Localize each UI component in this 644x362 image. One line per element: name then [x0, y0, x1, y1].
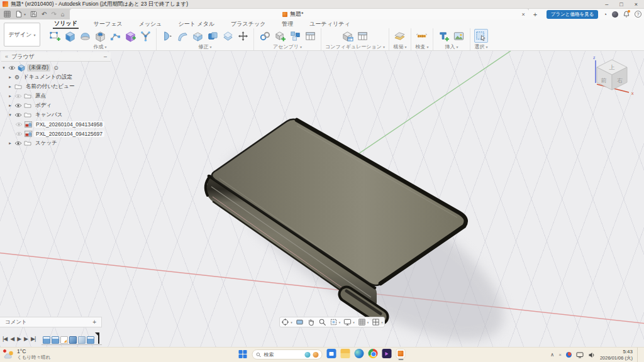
- chevron-down-icon[interactable]: ▾: [381, 321, 383, 324]
- eye-off-icon[interactable]: [14, 94, 22, 99]
- tab-sheet-metal[interactable]: シート メタル: [177, 20, 216, 28]
- activate-component-icon[interactable]: ⊙: [53, 65, 58, 71]
- tray-app-dot-icon[interactable]: [566, 352, 572, 358]
- taskbar-clock[interactable]: 5:43 2026/01/06 (火): [600, 349, 633, 361]
- hidden-icons-chevron[interactable]: ∧: [550, 352, 554, 358]
- tree-item-label[interactable]: キャンバス: [33, 111, 65, 119]
- zoom-icon[interactable]: [318, 318, 326, 326]
- tree-row-canvases[interactable]: ▾ キャンバス: [8, 110, 111, 119]
- document-tab[interactable]: 無題* ×: [70, 9, 529, 19]
- tree-row-origin[interactable]: ▸ 原点: [8, 91, 111, 101]
- tree-row-document-settings[interactable]: ▸ ⚙ ドキュメントの設定: [8, 72, 111, 82]
- taskbar-chrome-icon[interactable]: [369, 349, 378, 358]
- group-label-construct[interactable]: 構築▾: [393, 43, 406, 50]
- collapse-panel-icon[interactable]: «: [5, 53, 8, 60]
- eye-icon[interactable]: [8, 65, 16, 70]
- new-tab-button[interactable]: +: [529, 11, 541, 18]
- tool-bom[interactable]: [303, 29, 317, 43]
- tool-move[interactable]: [236, 29, 250, 43]
- tree-item-label[interactable]: PXL_20260104_094134958: [34, 121, 104, 128]
- data-panel-icon[interactable]: [4, 11, 11, 18]
- add-comment-icon[interactable]: +: [92, 319, 96, 326]
- tool-rigid-group[interactable]: [288, 29, 302, 43]
- taskbar-clipchamp-icon[interactable]: [382, 349, 392, 358]
- tool-create-sketch[interactable]: [48, 29, 62, 43]
- tab-plastic[interactable]: プラスチック: [230, 20, 267, 28]
- tool-press-pull[interactable]: [160, 29, 174, 43]
- minimize-button[interactable]: –: [605, 0, 608, 9]
- chevron-right-icon[interactable]: ▸: [8, 75, 13, 80]
- tab-mesh[interactable]: メッシュ: [138, 20, 164, 28]
- tree-row-bodies[interactable]: ▸ ボディ: [8, 101, 111, 110]
- tree-row-sketches[interactable]: ▸ スケッチ: [8, 138, 111, 148]
- plans-pricing-button[interactable]: プランと価格を見る: [547, 10, 599, 19]
- timeline-skip-end-button[interactable]: ▶|: [30, 336, 36, 342]
- tool-loft[interactable]: [108, 29, 122, 43]
- timeline-step-back-button[interactable]: ◀: [9, 336, 14, 342]
- tab-solid[interactable]: ソリッド: [53, 19, 79, 29]
- tree-row-canvas-image-1[interactable]: PXL_20260104_094134958: [15, 119, 111, 129]
- search-box[interactable]: 検索: [252, 349, 323, 359]
- tool-hole[interactable]: [93, 29, 107, 43]
- chevron-down-icon[interactable]: ▾: [353, 321, 355, 324]
- tool-insert-canvas[interactable]: [452, 29, 466, 43]
- tool-configuration-table[interactable]: [355, 29, 369, 43]
- tab-close-icon[interactable]: ×: [522, 11, 525, 18]
- timeline-step-forward-button[interactable]: ▶: [23, 336, 28, 342]
- timeline-extrude-feature-2[interactable]: [78, 336, 86, 344]
- undo-icon[interactable]: ↶: [42, 9, 47, 19]
- eye-icon[interactable]: [14, 141, 22, 146]
- chevron-right-icon[interactable]: ▸: [8, 84, 13, 89]
- tool-select[interactable]: [474, 29, 488, 43]
- taskbar-fusion-icon[interactable]: [396, 349, 406, 358]
- timeline-play-button[interactable]: ▶: [16, 336, 21, 342]
- tool-extrude[interactable]: [63, 29, 77, 43]
- home-tab-icon[interactable]: ⌂: [61, 9, 65, 19]
- tool-shell[interactable]: [191, 29, 204, 43]
- tree-row-named-views[interactable]: ▸ 名前の付いたビュー: [8, 82, 111, 91]
- group-label-modify[interactable]: 修正▾: [198, 43, 211, 50]
- timeline-canvas-feature-1[interactable]: [43, 336, 50, 344]
- viewport-canvas[interactable]: « ブラウザ – ▾ (未保存) ⊙ ▸ ⚙ ドキュメントの設定 ▸ 名前の付い…: [0, 51, 644, 347]
- weather-widget[interactable]: 1°C くもり時々晴れ: [0, 349, 126, 360]
- redo-icon[interactable]: ↷: [51, 9, 56, 19]
- group-label-create[interactable]: 作成▾: [93, 43, 106, 50]
- taskbar-edge-icon[interactable]: [355, 349, 364, 358]
- job-status-icon[interactable]: ◔: [603, 11, 606, 18]
- timeline-canvas-feature-2[interactable]: [52, 336, 59, 344]
- start-button[interactable]: [239, 350, 248, 359]
- tool-revolve[interactable]: [78, 29, 92, 43]
- tool-insert-derive[interactable]: [437, 29, 451, 43]
- save-icon[interactable]: [30, 11, 37, 18]
- group-label-inspect[interactable]: 検査▾: [415, 43, 428, 50]
- look-at-icon[interactable]: [296, 318, 304, 326]
- chevron-down-icon[interactable]: ▾: [367, 321, 369, 324]
- chevron-right-icon[interactable]: ▸: [8, 141, 13, 146]
- tab-manage[interactable]: 管理: [280, 20, 294, 28]
- tree-root-row[interactable]: ▾ (未保存) ⊙: [1, 63, 111, 72]
- maximize-button[interactable]: □: [619, 0, 623, 9]
- tab-utilities[interactable]: ユーティリティ: [308, 20, 351, 28]
- chevron-right-icon[interactable]: ▸: [8, 94, 13, 99]
- volume-icon[interactable]: [588, 352, 596, 358]
- file-menu-icon[interactable]: [15, 11, 22, 18]
- timeline-position-marker[interactable]: [96, 332, 101, 344]
- eye-icon[interactable]: [14, 103, 22, 108]
- tree-item-label[interactable]: スケッチ: [33, 140, 59, 147]
- chevron-right-icon[interactable]: ▸: [8, 103, 13, 108]
- tree-item-label[interactable]: ボディ: [33, 102, 53, 109]
- group-label-configuration[interactable]: コンフィギュレーション▾: [325, 43, 385, 50]
- timeline-extrude-feature-1[interactable]: [69, 336, 77, 344]
- tool-fillet[interactable]: [175, 29, 189, 43]
- timeline-sketch-feature[interactable]: [60, 336, 68, 344]
- tray-app-x-icon[interactable]: ×: [558, 352, 562, 358]
- tree-item-label[interactable]: PXL_20260104_094125697: [34, 131, 104, 137]
- tool-new-component[interactable]: [273, 29, 287, 43]
- tree-item-label[interactable]: 名前の付いたビュー: [24, 83, 77, 90]
- notifications-icon[interactable]: [623, 11, 630, 18]
- tool-construction-plane[interactable]: [393, 29, 407, 43]
- display-settings-icon[interactable]: [343, 318, 352, 326]
- fit-icon[interactable]: [330, 318, 338, 326]
- group-label-assemble[interactable]: アセンブリ▾: [273, 43, 302, 50]
- chevron-down-icon[interactable]: ▾: [291, 321, 292, 324]
